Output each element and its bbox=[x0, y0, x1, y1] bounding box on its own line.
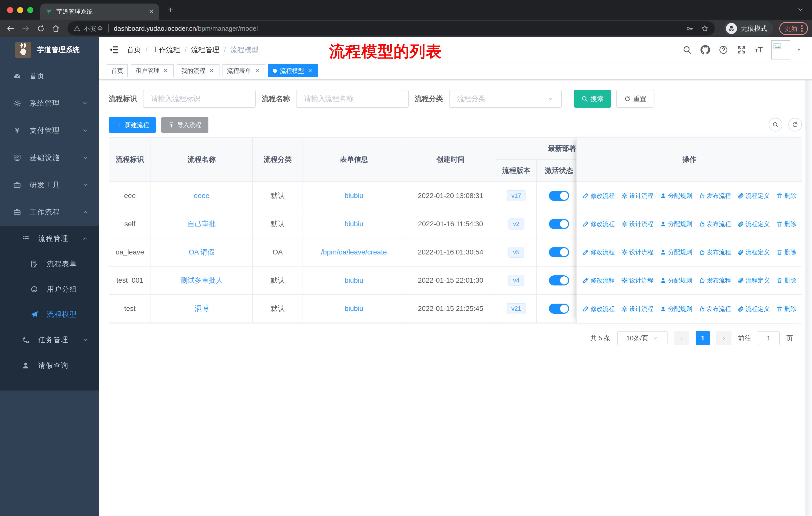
删除-button[interactable]: 删除 bbox=[776, 305, 796, 313]
sidebar-item-流程模型[interactable]: 流程模型 bbox=[0, 302, 99, 327]
分配规则-button[interactable]: 分配规则 bbox=[660, 220, 692, 228]
search-button[interactable]: 搜索 bbox=[574, 90, 611, 108]
bookmark-star-icon[interactable] bbox=[701, 24, 709, 32]
page-size-select[interactable]: 10条/页 bbox=[617, 331, 668, 345]
help-icon[interactable] bbox=[719, 45, 728, 55]
分配规则-button[interactable]: 分配规则 bbox=[660, 248, 692, 256]
设计流程-button[interactable]: 设计流程 bbox=[621, 220, 654, 228]
active-toggle[interactable] bbox=[549, 304, 569, 314]
maximize-window-button[interactable] bbox=[27, 7, 33, 13]
sidebar-item-任务管理[interactable]: 任务管理 bbox=[0, 327, 99, 353]
tag-close-icon[interactable]: ✕ bbox=[162, 67, 169, 74]
process-key-input[interactable] bbox=[143, 90, 256, 108]
security-status[interactable]: 不安全 bbox=[74, 24, 103, 33]
create-process-button[interactable]: 新建流程 bbox=[109, 117, 156, 133]
sidebar-item-用户分组[interactable]: 用户分组 bbox=[0, 277, 99, 302]
avatar-caret-down-icon[interactable] bbox=[796, 47, 802, 53]
tag-close-icon[interactable]: ✕ bbox=[208, 67, 215, 74]
sidebar-item-基础设施[interactable]: 基础设施 bbox=[0, 144, 99, 171]
sidebar-item-流程表单[interactable]: 流程表单 bbox=[0, 251, 99, 277]
发布流程-button[interactable]: 发布流程 bbox=[699, 192, 731, 200]
breadcrumb-item[interactable]: 首页 bbox=[127, 45, 141, 55]
删除-button[interactable]: 删除 bbox=[776, 220, 796, 228]
tag-close-icon[interactable]: ✕ bbox=[307, 67, 314, 74]
tab-流程模型[interactable]: 流程模型 ✕ bbox=[268, 64, 318, 77]
next-page-button[interactable]: › bbox=[716, 331, 731, 345]
删除-button[interactable]: 删除 bbox=[776, 276, 796, 284]
search-icon[interactable] bbox=[683, 45, 692, 55]
password-key-icon[interactable] bbox=[686, 24, 694, 32]
github-icon[interactable] bbox=[700, 45, 710, 55]
form-info-link[interactable]: biubiu bbox=[345, 276, 364, 284]
设计流程-button[interactable]: 设计流程 bbox=[621, 248, 654, 256]
active-toggle[interactable] bbox=[549, 275, 569, 286]
breadcrumb-item[interactable]: 流程管理 bbox=[191, 45, 220, 55]
流程定义-button[interactable]: 流程定义 bbox=[737, 248, 770, 256]
version-tag[interactable]: v4 bbox=[509, 275, 524, 286]
fullscreen-icon[interactable] bbox=[737, 45, 746, 55]
user-avatar[interactable] bbox=[771, 40, 790, 59]
sidebar-item-研发工具[interactable]: 研发工具 bbox=[0, 171, 99, 198]
tab-租户管理[interactable]: 租户管理 ✕ bbox=[131, 64, 174, 77]
sidebar-item-请假查询[interactable]: 请假查询 bbox=[0, 353, 99, 378]
删除-button[interactable]: 删除 bbox=[776, 192, 796, 200]
current-page-button[interactable]: 1 bbox=[696, 331, 710, 345]
version-tag[interactable]: v21 bbox=[507, 303, 526, 314]
import-process-button[interactable]: 导入流程 bbox=[161, 117, 208, 133]
active-toggle[interactable] bbox=[549, 247, 569, 257]
close-window-button[interactable] bbox=[7, 7, 13, 13]
流程定义-button[interactable]: 流程定义 bbox=[737, 276, 770, 284]
tab-close-icon[interactable]: ✕ bbox=[148, 8, 154, 16]
修改流程-button[interactable]: 修改流程 bbox=[582, 276, 615, 284]
修改流程-button[interactable]: 修改流程 bbox=[582, 220, 615, 228]
active-toggle[interactable] bbox=[549, 219, 569, 229]
sidebar-logo[interactable]: 芋道管理系统 bbox=[0, 37, 99, 62]
process-name-input[interactable] bbox=[296, 90, 409, 108]
sidebar-item-工作流程[interactable]: 工作流程 bbox=[0, 198, 99, 226]
流程定义-button[interactable]: 流程定义 bbox=[737, 192, 770, 200]
form-info-link[interactable]: /bpm/oa/leave/create bbox=[321, 248, 387, 256]
back-button[interactable] bbox=[4, 22, 17, 35]
tab-我的流程[interactable]: 我的流程 ✕ bbox=[177, 64, 220, 77]
分配规则-button[interactable]: 分配规则 bbox=[660, 192, 692, 200]
删除-button[interactable]: 删除 bbox=[776, 248, 796, 256]
process-name-link[interactable]: eeee bbox=[194, 192, 209, 199]
form-info-link[interactable]: biubiu bbox=[345, 305, 364, 313]
tab-流程表单[interactable]: 流程表单 ✕ bbox=[223, 64, 265, 77]
tab-首页[interactable]: 首页 bbox=[107, 64, 128, 77]
version-tag[interactable]: v5 bbox=[509, 247, 524, 258]
流程定义-button[interactable]: 流程定义 bbox=[737, 305, 770, 313]
process-name-link[interactable]: OA 请假 bbox=[189, 248, 215, 256]
browser-menu-icon[interactable] bbox=[801, 25, 803, 32]
修改流程-button[interactable]: 修改流程 bbox=[582, 305, 615, 313]
设计流程-button[interactable]: 设计流程 bbox=[621, 192, 654, 200]
form-info-link[interactable]: biubiu bbox=[345, 192, 364, 199]
sidebar-collapse-icon[interactable] bbox=[109, 45, 119, 55]
new-tab-button[interactable]: ＋ bbox=[166, 5, 175, 13]
sidebar-item-首页[interactable]: 首页 bbox=[0, 62, 99, 90]
home-button[interactable] bbox=[49, 22, 62, 35]
修改流程-button[interactable]: 修改流程 bbox=[582, 248, 615, 256]
goto-page-input[interactable] bbox=[758, 331, 780, 345]
browser-update-button[interactable]: 更新 bbox=[779, 22, 808, 35]
version-tag[interactable]: v2 bbox=[509, 218, 524, 229]
process-name-link[interactable]: 滔博 bbox=[195, 305, 209, 313]
address-bar[interactable]: 不安全 dashboard.yudao.iocoder.cn/bpm/manag… bbox=[67, 21, 715, 35]
show-search-toggle-button[interactable] bbox=[769, 118, 782, 132]
分配规则-button[interactable]: 分配规则 bbox=[660, 305, 692, 313]
tab-search-chevron-icon[interactable] bbox=[797, 6, 804, 13]
browser-tab[interactable]: 芋道管理系统 ✕ bbox=[40, 3, 159, 20]
version-tag[interactable]: v17 bbox=[507, 190, 526, 201]
process-name-link[interactable]: 测试多审批人 bbox=[180, 276, 223, 284]
sidebar-item-流程管理[interactable]: 流程管理 bbox=[0, 226, 99, 251]
process-name-link[interactable]: 自己审批 bbox=[187, 220, 216, 228]
发布流程-button[interactable]: 发布流程 bbox=[699, 276, 731, 284]
发布流程-button[interactable]: 发布流程 bbox=[699, 248, 731, 256]
设计流程-button[interactable]: 设计流程 bbox=[621, 305, 654, 313]
reload-button[interactable] bbox=[34, 22, 47, 35]
sidebar-item-系统管理[interactable]: 系统管理 bbox=[0, 90, 99, 117]
reset-button[interactable]: 重置 bbox=[616, 90, 655, 108]
form-info-link[interactable]: biubiu bbox=[345, 220, 364, 228]
forward-button[interactable] bbox=[19, 22, 32, 35]
minimize-window-button[interactable] bbox=[17, 7, 23, 13]
